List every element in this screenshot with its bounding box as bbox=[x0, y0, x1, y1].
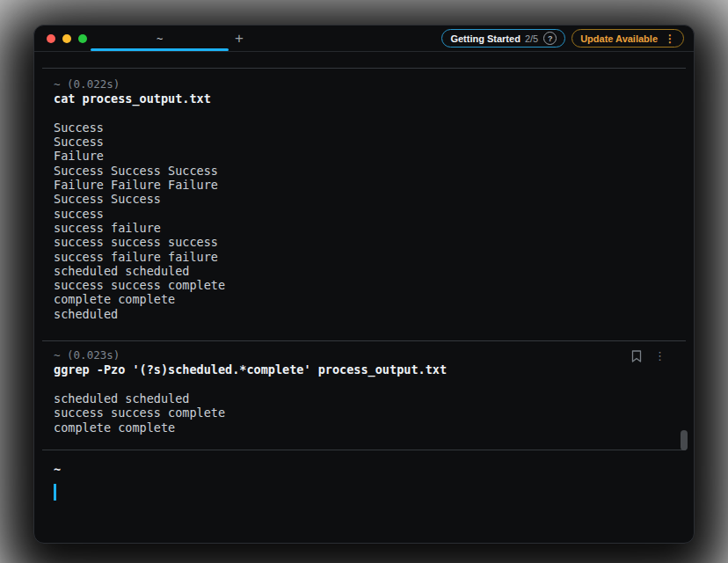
close-button[interactable] bbox=[47, 34, 55, 43]
output-line: success success complete bbox=[54, 406, 674, 420]
tab-title: ~ bbox=[157, 33, 163, 45]
new-tab-button[interactable]: + bbox=[229, 28, 249, 48]
prompt-path: ~ bbox=[54, 462, 674, 476]
minimize-button[interactable] bbox=[62, 34, 71, 43]
blank-line bbox=[54, 106, 674, 121]
scrollback-gap bbox=[34, 52, 694, 68]
block-meta: ~ (0.023s) bbox=[54, 348, 674, 362]
output-line: Success Success bbox=[54, 192, 674, 206]
output-line: complete complete bbox=[54, 292, 674, 306]
getting-started-progress: 2/5 bbox=[525, 33, 538, 44]
current-prompt-block[interactable]: ~ bbox=[34, 450, 694, 501]
tab-home[interactable]: ~ bbox=[91, 26, 229, 51]
help-icon[interactable]: ? bbox=[543, 32, 557, 45]
output-line: success failure failure bbox=[54, 250, 674, 264]
output-line: scheduled scheduled bbox=[54, 391, 674, 406]
output-line: success success success bbox=[54, 235, 674, 249]
block-meta: ~ (0.022s) bbox=[54, 77, 674, 91]
maximize-button[interactable] bbox=[78, 34, 87, 43]
titlebar[interactable]: ~ + Getting Started 2/5 ? Update Availab… bbox=[34, 26, 694, 51]
update-available-button[interactable]: Update Available ⋮ bbox=[571, 29, 684, 48]
getting-started-button[interactable]: Getting Started 2/5 ? bbox=[441, 29, 565, 48]
text-cursor bbox=[54, 484, 56, 501]
prompt-path: ~ bbox=[54, 77, 61, 91]
terminal-content[interactable]: ~ (0.022s) cat process_output.txt Succes… bbox=[34, 52, 694, 543]
output-line: success failure bbox=[54, 221, 674, 235]
command-text[interactable]: ggrep -Pzo '(?s)scheduled.*complete' pro… bbox=[54, 362, 674, 377]
update-menu-kebab-icon[interactable]: ⋮ bbox=[665, 33, 675, 45]
terminal-window: ~ + Getting Started 2/5 ? Update Availab… bbox=[33, 25, 695, 544]
output-line: scheduled scheduled bbox=[54, 264, 674, 278]
command-text[interactable]: cat process_output.txt bbox=[54, 91, 674, 106]
active-tab-indicator bbox=[91, 48, 229, 51]
command-output: scheduled scheduled success success comp… bbox=[54, 391, 674, 435]
output-line: Success bbox=[54, 135, 674, 149]
output-line: Success bbox=[54, 121, 674, 135]
prompt-path: ~ bbox=[54, 348, 61, 362]
output-line: Failure bbox=[54, 149, 674, 163]
command-block-1: ~ (0.022s) cat process_output.txt Succes… bbox=[34, 69, 694, 340]
update-available-label: Update Available bbox=[580, 33, 658, 44]
command-duration: (0.023s) bbox=[67, 348, 120, 362]
command-duration: (0.022s) bbox=[67, 77, 120, 91]
block-actions: ⋮ bbox=[631, 349, 666, 363]
scrollbar-thumb[interactable] bbox=[681, 430, 688, 450]
output-line: Success Success Success bbox=[54, 164, 674, 178]
output-line: success bbox=[54, 207, 674, 221]
output-line: Failure Failure Failure bbox=[54, 178, 674, 192]
window-controls bbox=[47, 34, 87, 43]
output-line: scheduled bbox=[54, 307, 674, 321]
blank-line bbox=[54, 377, 674, 391]
command-output: Success Success Failure Success Success … bbox=[54, 121, 674, 321]
getting-started-label: Getting Started bbox=[450, 33, 520, 44]
block-menu-kebab-icon[interactable]: ⋮ bbox=[654, 349, 666, 363]
titlebar-actions: Getting Started 2/5 ? Update Available ⋮ bbox=[441, 29, 684, 48]
output-line: complete complete bbox=[54, 420, 674, 435]
output-line: success success complete bbox=[54, 278, 674, 292]
command-block-2: ~ (0.023s) ⋮ ggrep -Pzo '(?s)scheduled.*… bbox=[34, 341, 694, 450]
desktop: { "window": { "tab_title": "~", "new_tab… bbox=[0, 0, 728, 563]
bookmark-icon[interactable] bbox=[631, 350, 642, 362]
